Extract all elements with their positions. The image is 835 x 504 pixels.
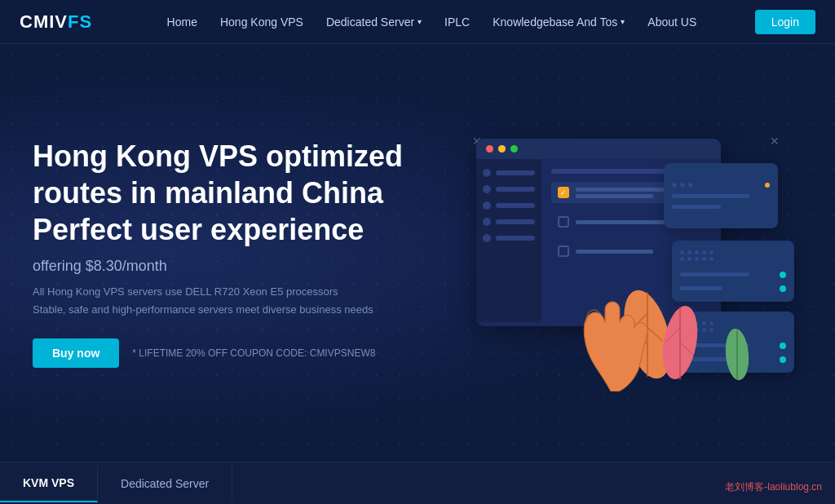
teal-dot (780, 272, 786, 278)
card-header (672, 183, 770, 188)
grid-dot (702, 257, 706, 261)
grid-dot (709, 328, 714, 332)
orange-dot (765, 183, 770, 188)
side-line (680, 272, 749, 276)
card-dot (672, 183, 677, 188)
sidebar-row (483, 185, 535, 193)
chevron-down-icon: ▾ (418, 17, 422, 26)
window-dot-green (510, 145, 518, 153)
checkbox-checked: ✓ (558, 187, 569, 198)
sidebar-circle (483, 234, 491, 242)
sidebar-line (496, 170, 535, 175)
card-line (672, 194, 750, 198)
grid-dots (680, 250, 786, 261)
grid-dot (695, 250, 699, 254)
side-card-2 (672, 241, 794, 302)
navbar: CMIVFS Home Hong Kong VPS Dedicated Serv… (0, 0, 835, 44)
logo: CMIVFS (20, 11, 92, 33)
sidebar-row (483, 169, 535, 177)
coupon-text: * LIFETIME 20% OFF COUPON CODE: CMIVPSNE… (132, 347, 375, 359)
window-sidebar (476, 159, 541, 322)
nav-links: Home Hong Kong VPS Dedicated Server ▾ IP… (125, 15, 739, 29)
card-dot (680, 183, 685, 188)
bottom-tabs: KVM VPS Dedicated Server 老刘博客-laoliublog… (0, 462, 835, 504)
row-line-short (576, 194, 653, 198)
teal-dot (780, 343, 786, 349)
ui-mockup: ✕ ✕ (427, 122, 802, 383)
close-icon-2: ✕ (770, 135, 780, 148)
window-dot-yellow (498, 145, 506, 153)
hero-actions: Buy now * LIFETIME 20% OFF COUPON CODE: … (33, 338, 440, 368)
chevron-down-icon-2: ▾ (621, 17, 625, 26)
side-line-row (680, 272, 786, 278)
nav-hkvps[interactable]: Hong Kong VPS (220, 15, 303, 29)
nav-dedicated-server[interactable]: Dedicated Server ▾ (326, 15, 422, 29)
checkbox-unchecked (558, 216, 569, 228)
sidebar-line (496, 187, 535, 192)
nav-knowledgebase[interactable]: Knowledgebase And Tos ▾ (493, 15, 625, 29)
tab-kvm-vps[interactable]: KVM VPS (0, 465, 98, 502)
side-line-row (680, 285, 786, 292)
hero-illustration: ✕ ✕ (440, 44, 802, 462)
grid-dot (695, 257, 699, 261)
row-line (576, 250, 653, 254)
grid-dot (687, 250, 691, 254)
leaf-pink-icon (656, 302, 705, 383)
sidebar-row (483, 234, 535, 242)
nav-iplc[interactable]: IPLC (444, 15, 470, 29)
hero-left: Hong Kong VPS optimized routes in mainla… (33, 138, 440, 368)
grid-dot (687, 257, 691, 261)
tab-dedicated-server[interactable]: Dedicated Server (98, 466, 232, 502)
sidebar-row (483, 218, 535, 226)
sidebar-line (496, 219, 535, 224)
footer-brand: 老刘博客-laoliublog.cn (725, 480, 822, 494)
sidebar-line (496, 203, 535, 208)
window-dot-red (486, 145, 493, 153)
teal-dot (780, 356, 786, 363)
grid-dot (680, 250, 684, 254)
sidebar-circle (483, 185, 491, 193)
grid-dot (702, 250, 706, 254)
window-titlebar (476, 139, 721, 159)
side-card-1 (664, 163, 778, 228)
leaf-green-icon (721, 326, 753, 383)
hand-pointer-icon (574, 285, 647, 391)
login-button[interactable]: Login (755, 10, 815, 34)
grid-dot (709, 257, 714, 261)
sidebar-row (483, 201, 535, 210)
buy-now-button[interactable]: Buy now (33, 338, 119, 368)
logo-text: CMIVFS (20, 11, 92, 33)
sidebar-circle (483, 169, 491, 177)
nav-about[interactable]: About US (647, 15, 696, 29)
sidebar-circle (483, 218, 491, 226)
checkbox-unchecked (558, 245, 569, 257)
grid-dot (709, 250, 714, 254)
hero-section: Hong Kong VPS optimized routes in mainla… (0, 44, 835, 462)
hero-price: offering $8.30/month (33, 258, 440, 275)
sidebar-circle (483, 201, 491, 210)
grid-dot (709, 321, 714, 325)
hero-title: Hong Kong VPS optimized routes in mainla… (33, 138, 440, 248)
hero-desc: All Hong Kong VPS servers use DELL R720 … (33, 283, 440, 319)
card-dot (688, 183, 693, 188)
grid-dot (680, 257, 684, 261)
teal-dot (780, 285, 786, 292)
card-line-short (672, 205, 721, 209)
card-dots (672, 183, 693, 188)
sidebar-line (496, 236, 535, 241)
side-line (680, 286, 722, 290)
nav-home[interactable]: Home (167, 15, 197, 29)
